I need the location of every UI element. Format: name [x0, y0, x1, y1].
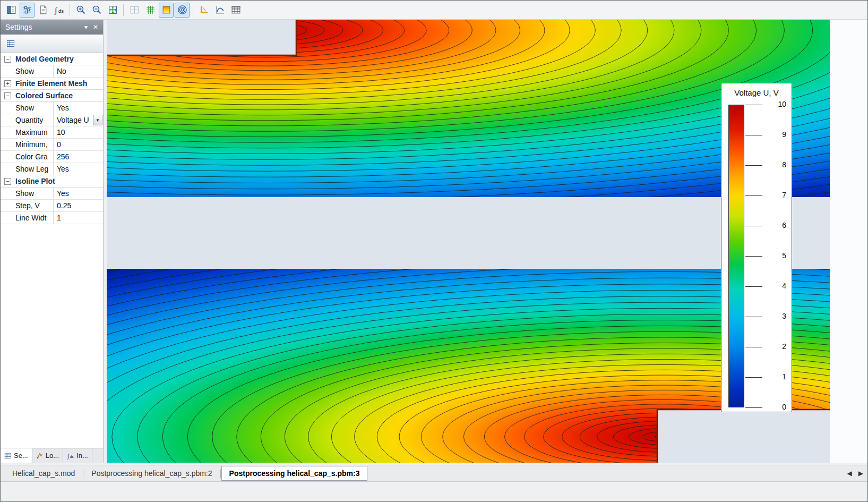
collapse-icon[interactable]: −	[4, 56, 11, 63]
property-value-text: Yes	[57, 104, 69, 112]
split-windows-icon	[130, 5, 140, 15]
property-value[interactable]: No	[54, 65, 103, 77]
mesh-visibility-button[interactable]	[143, 3, 158, 18]
panel-tab-lo[interactable]: Lo...	[32, 448, 63, 463]
zoom-to-extents-button[interactable]	[105, 3, 120, 18]
properties-window-icon	[6, 5, 16, 15]
legend-tick-line	[745, 377, 762, 378]
group-header-isoline-plot[interactable]: −Isoline Plot	[1, 175, 103, 188]
legend-tick-label: 0	[782, 403, 786, 411]
legend-tick-line	[745, 256, 762, 257]
group-header-finite-element-mesh[interactable]: +Finite Element Mesh	[1, 78, 103, 90]
property-row-isoline-plot-step-v: Step, V0.25	[1, 200, 103, 212]
postprocessing-settings-icon	[22, 5, 32, 15]
isoline-plot-button[interactable]	[175, 3, 190, 18]
document-tab-bar: Helical_cap_s.modPostprocessing helical_…	[1, 465, 867, 482]
legend-ticks: 109876543210	[745, 105, 788, 407]
zoom-in-button[interactable]	[73, 3, 88, 18]
tabs-scroll-left-icon[interactable]: ◀	[847, 470, 852, 477]
expand-icon[interactable]: +	[4, 80, 11, 87]
tab-scroll-nav: ◀ ▶	[847, 470, 863, 477]
panel-tab-label: Lo...	[46, 452, 59, 460]
legend-tick-label: 6	[782, 221, 786, 229]
panel-tab-label: Se...	[14, 452, 28, 460]
property-value[interactable]: 10	[54, 126, 103, 138]
property-value-text: 256	[57, 152, 69, 161]
property-value-text: 0.25	[57, 201, 71, 210]
colored-surface-button[interactable]	[159, 3, 174, 18]
colored-surface-icon	[161, 5, 171, 15]
group-header-model-geometry[interactable]: −Model Geometry	[1, 53, 103, 65]
tabs-scroll-right-icon[interactable]: ▶	[858, 470, 863, 477]
property-row-colored-surface-color-gra: Color Gra256	[1, 151, 103, 163]
integral-calculator-button[interactable]: ∫ds	[51, 3, 66, 18]
dropdown-arrow-icon[interactable]: ▼	[93, 115, 102, 125]
postprocessing-settings-button[interactable]	[20, 3, 35, 18]
panel-menu-icon[interactable]: ▾	[84, 23, 88, 31]
settings-panel-header[interactable]: Settings ▾ ✕	[1, 20, 103, 35]
property-label: Maximum	[1, 126, 54, 138]
zoom-to-extents-icon	[108, 5, 118, 15]
panel-tab-in[interactable]: ∫dsIn...	[63, 448, 92, 463]
property-value[interactable]: 0.25	[54, 200, 103, 211]
collapse-icon[interactable]: −	[4, 178, 11, 185]
property-label: Show Leg	[1, 163, 54, 175]
xy-plot-button[interactable]	[212, 3, 227, 18]
app-window: ∫ds Settings ▾ ✕ −Model GeometryShowNo+F…	[0, 0, 868, 502]
zoom-in-icon	[76, 5, 86, 15]
toolbar-separator	[123, 4, 124, 16]
legend-tick-label: 9	[782, 130, 786, 139]
property-label: Step, V	[1, 200, 54, 211]
property-value[interactable]: 256	[54, 151, 103, 163]
open-model-document-button[interactable]	[36, 3, 50, 18]
electrode-block-top-left	[107, 20, 296, 55]
field-lines-button[interactable]	[196, 3, 211, 18]
property-label: Line Widt	[1, 212, 54, 224]
localtab-icon	[36, 452, 44, 460]
property-value[interactable]: Yes	[54, 102, 103, 114]
field-legend[interactable]: Voltage U, V 109876543210	[721, 83, 792, 412]
inspect-table-button[interactable]	[228, 3, 243, 18]
legend-options-button[interactable]	[5, 38, 16, 49]
property-value[interactable]: Voltage U▼	[54, 114, 103, 126]
split-windows-button[interactable]	[127, 3, 142, 18]
panel-tab-bar: Se...Lo...∫dsIn...	[1, 448, 103, 463]
svg-text:∫: ∫	[54, 6, 57, 15]
isoline-plot-icon	[177, 5, 187, 15]
legend-tick-label: 1	[782, 372, 786, 381]
property-value[interactable]: Yes	[54, 188, 103, 199]
inspect-table-icon	[231, 5, 241, 15]
property-label: Show	[1, 102, 54, 114]
main-area: Settings ▾ ✕ −Model GeometryShowNo+Finit…	[1, 20, 867, 463]
panel-tab-se[interactable]: Se...	[1, 448, 32, 463]
legend-tick-label: 10	[778, 100, 786, 108]
document-tab-postprocessing-helical-cap-s-pbm-2[interactable]: Postprocessing helical_cap_s.pbm:2	[84, 466, 219, 480]
svg-text:∫: ∫	[67, 453, 70, 459]
zoom-out-button[interactable]	[89, 3, 104, 18]
property-value[interactable]: 1	[54, 212, 103, 224]
minitable-icon	[4, 452, 12, 460]
collapse-icon[interactable]: −	[4, 92, 11, 99]
legend-title: Voltage U, V	[721, 88, 792, 97]
legend-tick-label: 3	[782, 312, 786, 320]
properties-window-button[interactable]	[4, 3, 19, 18]
document-tab-helical-cap-s-mod[interactable]: Helical_cap_s.mod	[5, 466, 82, 480]
property-value[interactable]: Yes	[54, 163, 103, 175]
property-label: Show	[1, 188, 54, 199]
svg-text:ds: ds	[58, 8, 63, 14]
settings-panel-title: Settings	[5, 23, 32, 31]
group-header-colored-surface[interactable]: −Colored Surface	[1, 90, 103, 102]
legend-tick-line	[745, 165, 762, 166]
property-value[interactable]: 0	[54, 139, 103, 150]
property-label: Quantity	[1, 114, 54, 126]
legend-tick-label: 4	[782, 282, 786, 290]
mesh-visibility-icon	[145, 5, 156, 15]
panel-close-icon[interactable]: ✕	[93, 23, 98, 31]
document-tab-postprocessing-helical-cap-s-pbm-3[interactable]: Postprocessing helical_cap_s.pbm:3	[221, 466, 368, 481]
legend-tick-label: 2	[782, 342, 786, 351]
field-lines-icon	[199, 5, 209, 15]
settings-panel: Settings ▾ ✕ −Model GeometryShowNo+Finit…	[1, 20, 104, 463]
property-row-colored-surface-minimum: Minimum,0	[1, 139, 103, 151]
xy-plot-icon	[215, 5, 225, 15]
property-value-text: No	[57, 67, 66, 75]
